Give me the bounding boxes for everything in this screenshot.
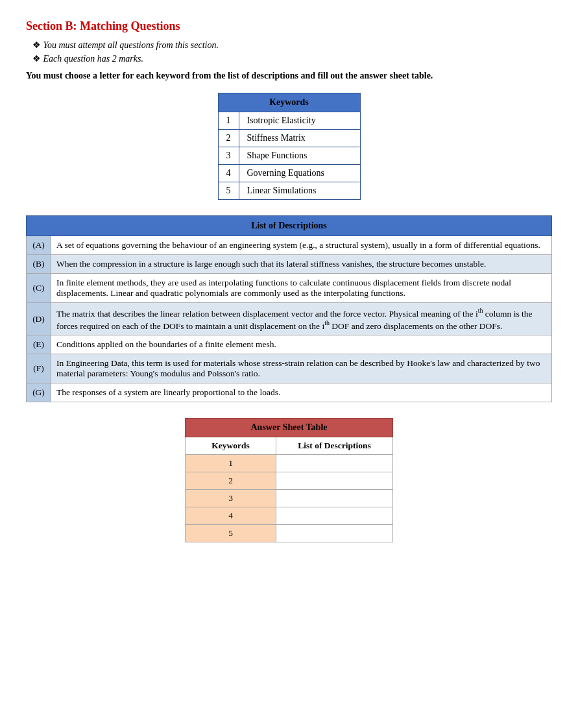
desc-label: (D) [27, 303, 51, 335]
keyword-row: 5 Linear Simulations [218, 182, 360, 200]
desc-text: In finite element methods, they are used… [51, 274, 552, 303]
description-row: (B) When the compression in a structure … [27, 255, 552, 274]
desc-text: The responses of a system are linearly p… [51, 383, 552, 402]
answer-value[interactable] [276, 525, 393, 542]
keywords-container: Keywords 1 Isotropic Elasticity 2 Stiffn… [26, 93, 552, 200]
description-row: (E) Conditions applied on the boundaries… [27, 335, 552, 354]
keyword-num: 5 [218, 182, 239, 200]
answer-row: 5 [186, 525, 393, 542]
desc-text: When the compression in a structure is l… [51, 255, 552, 274]
desc-text: The matrix that describes the linear rel… [51, 303, 552, 335]
answer-num: 4 [186, 507, 276, 525]
keyword-num: 3 [218, 147, 239, 165]
answer-container: Answer Sheet Table Keywords List of Desc… [26, 418, 552, 542]
desc-label: (G) [27, 383, 51, 402]
keyword-num: 4 [218, 165, 239, 182]
answer-num: 5 [186, 525, 276, 542]
desc-label: (E) [27, 335, 51, 354]
desc-label: (F) [27, 354, 51, 383]
answer-value[interactable] [276, 507, 393, 525]
keyword-num: 1 [218, 112, 239, 130]
desc-label: (B) [27, 255, 51, 274]
descriptions-header: List of Descriptions [27, 216, 552, 236]
description-row: (A) A set of equations governing the beh… [27, 236, 552, 255]
answer-value[interactable] [276, 472, 393, 490]
keyword-text: Isotropic Elasticity [239, 112, 360, 130]
section-title: Section B: Matching Questions [26, 19, 552, 33]
answer-num: 1 [186, 455, 276, 472]
description-row: (C) In finite element methods, they are … [27, 274, 552, 303]
desc-text: In Engineering Data, this term is used f… [51, 354, 552, 383]
answer-title: Answer Sheet Table [186, 419, 393, 437]
description-row: (G) The responses of a system are linear… [27, 383, 552, 402]
keywords-table: Keywords 1 Isotropic Elasticity 2 Stiffn… [218, 93, 361, 200]
keyword-text: Shape Functions [239, 147, 360, 165]
answer-num: 3 [186, 490, 276, 507]
answer-value[interactable] [276, 490, 393, 507]
desc-text: A set of equations governing the behavio… [51, 236, 552, 255]
keyword-text: Governing Equations [239, 165, 360, 182]
instructions-list: You must attempt all questions from this… [26, 40, 552, 64]
keywords-header: Keywords [218, 93, 360, 112]
answer-col1: Keywords [186, 437, 276, 455]
instruction-bold: You must choose a letter for each keywor… [26, 71, 552, 81]
description-row: (F) In Engineering Data, this term is us… [27, 354, 552, 383]
desc-label: (C) [27, 274, 51, 303]
desc-text: Conditions applied on the boundaries of … [51, 335, 552, 354]
answer-row: 1 [186, 455, 393, 472]
keyword-text: Linear Simulations [239, 182, 360, 200]
answer-row: 2 [186, 472, 393, 490]
answer-value[interactable] [276, 455, 393, 472]
instruction-item-1: You must attempt all questions from this… [32, 40, 552, 51]
answer-col2: List of Descriptions [276, 437, 393, 455]
keyword-row: 2 Stiffness Matrix [218, 130, 360, 147]
keyword-num: 2 [218, 130, 239, 147]
keyword-row: 1 Isotropic Elasticity [218, 112, 360, 130]
answer-row: 3 [186, 490, 393, 507]
answer-row: 4 [186, 507, 393, 525]
answer-num: 2 [186, 472, 276, 490]
instruction-item-2: Each question has 2 marks. [32, 53, 552, 64]
keyword-row: 4 Governing Equations [218, 165, 360, 182]
keyword-text: Stiffness Matrix [239, 130, 360, 147]
description-row: (D) The matrix that describes the linear… [27, 303, 552, 335]
keyword-row: 3 Shape Functions [218, 147, 360, 165]
desc-label: (A) [27, 236, 51, 255]
descriptions-table: List of Descriptions (A) A set of equati… [26, 215, 552, 402]
answer-table: Answer Sheet Table Keywords List of Desc… [185, 418, 393, 542]
